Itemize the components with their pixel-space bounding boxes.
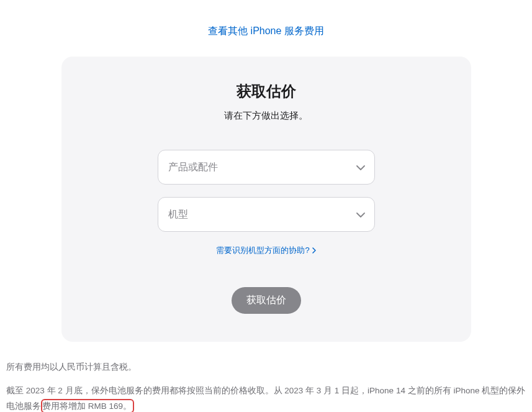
top-link-section: 查看其他 iPhone 服务费用 bbox=[6, 6, 526, 57]
identify-model-help-link[interactable]: 需要识别机型方面的协助? bbox=[216, 245, 315, 256]
footer-line-1: 所有费用均以人民币计算且含税。 bbox=[6, 359, 526, 375]
view-other-services-link[interactable]: 查看其他 iPhone 服务费用 bbox=[208, 25, 324, 36]
get-estimate-button[interactable]: 获取估价 bbox=[232, 287, 301, 314]
price-increase-highlight: 费用将增加 RMB 169。 bbox=[41, 399, 134, 412]
footer-text: 所有费用均以人民币计算且含税。 截至 2023 年 2 月底，保外电池服务的费用… bbox=[6, 359, 526, 412]
card-subtitle: 请在下方做出选择。 bbox=[86, 110, 446, 122]
product-select-wrapper: 产品或配件 bbox=[158, 150, 375, 185]
product-select[interactable]: 产品或配件 bbox=[158, 150, 375, 185]
model-select[interactable]: 机型 bbox=[158, 197, 375, 232]
footer-line-2: 截至 2023 年 2 月底，保外电池服务的费用都将按照当前的价格收取。从 20… bbox=[6, 383, 526, 412]
model-select-wrapper: 机型 bbox=[158, 197, 375, 232]
chevron-right-icon bbox=[312, 246, 316, 255]
card-title: 获取估价 bbox=[86, 81, 446, 101]
estimate-card: 获取估价 请在下方做出选择。 产品或配件 机型 需要识别机型方面的协助? 获取估… bbox=[61, 57, 471, 342]
help-link-label: 需要识别机型方面的协助? bbox=[216, 245, 309, 256]
